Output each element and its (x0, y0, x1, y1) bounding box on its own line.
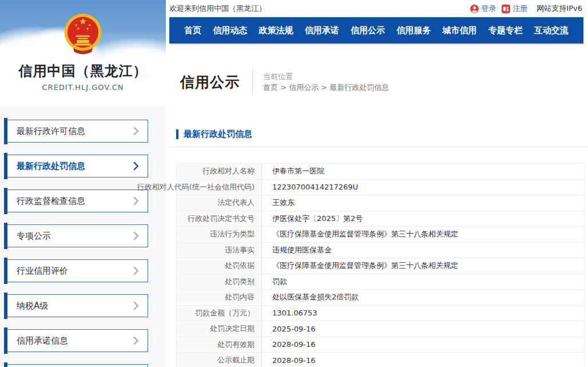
welcome-text: 欢迎来到信用中国（黑龙江） (169, 3, 266, 14)
breadcrumb-path[interactable]: 首页 > 信用公示 > 最新行政处罚信息 (263, 82, 389, 93)
sidebar-menu-item[interactable]: 行业信用评价 (7, 259, 148, 282)
nav-item[interactable]: 城市信用 (442, 25, 476, 36)
content-title: 最新行政处罚信息 (184, 129, 252, 140)
table-row: 处罚内容 处以医保基金损失2倍罚款 (177, 290, 584, 306)
table-row-value: 2028-09-16 (262, 353, 584, 367)
sidebar-menu-item[interactable]: 最新行政处罚信息 (7, 155, 148, 177)
sidebar-menu-item-label: 纳税A级 (17, 301, 48, 311)
table-row-value: 12230700414217269U (262, 180, 584, 195)
register-id-icon (502, 5, 510, 13)
sidebar-menu-item[interactable]: 最新行政许可信息 (7, 120, 148, 143)
table-row-value: 伊医保处字〔2025〕第2号 (262, 211, 584, 227)
table-row: 处罚类别 罚款 (177, 274, 584, 290)
table-row-value: 2028-09-16 (262, 337, 584, 353)
table-row-label: 违法行为类型 (177, 227, 262, 242)
table-row-label: 违法事实 (177, 243, 262, 258)
table-row: 违法行为类型 《医疗保障基金使用监督管理条例》第三十八条相关规定 (177, 227, 584, 243)
table-row-value: 1301.06753 (262, 306, 584, 321)
table-row-value: 2025-09-16 (262, 321, 584, 337)
page-title: 信用公示 (180, 73, 240, 92)
content-section-header: 最新行政处罚信息 (176, 129, 588, 140)
table-row-label: 处罚内容 (177, 290, 262, 305)
sidebar-menu-item-label: 行政监督检查信息 (17, 196, 85, 207)
sidebar-menu-item[interactable]: 行政监督检查信息 (7, 190, 148, 212)
table-row-label: 行政相对人代码(统一社会信用代码) (177, 180, 262, 195)
table-row-value: 伊春市第一医院 (262, 164, 584, 179)
sidebar-menu-item-label: 专项公示 (17, 231, 51, 242)
table-row: 行政相对人名称 伊春市第一医院 (177, 164, 584, 180)
table-row: 处罚决定日期 2025-09-16 (177, 321, 584, 337)
table-row: 行政相对人代码(统一社会信用代码) 12230700414217269U (177, 180, 584, 196)
table-row-value: 《医疗保障基金使用监督管理条例》第三十八条相关规定 (262, 227, 584, 242)
nav-item[interactable]: 首页 (184, 25, 201, 36)
nav-item[interactable]: 信用公示 (351, 25, 385, 36)
header-divider (252, 69, 253, 95)
national-emblem-icon (62, 13, 104, 56)
section-accent-bar (176, 129, 178, 139)
main-navigation: 首页 信用动态 政策法规 信用承诺 信用公示 信用服务 城市信用 专题专栏 互动… (169, 17, 583, 44)
table-row-label: 罚款金额（万元） (177, 306, 262, 321)
nav-item[interactable]: 信用动态 (213, 25, 247, 36)
chevron-right-icon (133, 196, 139, 206)
ipv6-support-text: 网站支持IPv6 (537, 3, 582, 14)
table-row-label: 行政相对人名称 (177, 164, 262, 179)
sidebar-menu-item-label: 行业信用评价 (17, 266, 68, 277)
sidebar-menu: 最新行政许可信息 最新行政处罚信息 行政监督检查信息 专项公示 (0, 120, 166, 367)
nav-item[interactable]: 专题专栏 (488, 25, 523, 36)
table-row-value: 《医疗保障基金使用监督管理条例》第三十八条相关规定 (262, 258, 584, 274)
table-row-value: 违规使用医保基金 (262, 243, 584, 258)
breadcrumb-label: 当前位置 (263, 71, 389, 82)
table-row-label: 行政处罚决定书文号 (177, 211, 262, 227)
table-row-label: 处罚类别 (177, 274, 262, 290)
sidebar-menu-item[interactable]: 纳税A级 (7, 294, 148, 317)
table-row: 法定代表人 王效东 (177, 195, 584, 211)
table-row-value: 处以医保基金损失2倍罚款 (262, 290, 584, 305)
sidebar-menu-item[interactable] (7, 364, 148, 367)
table-row: 违法事实 违规使用医保基金 (177, 243, 584, 259)
sidebar-menu-item-label: 最新行政处罚信息 (17, 161, 85, 172)
table-row: 行政处罚决定书文号 伊医保处字〔2025〕第2号 (177, 211, 584, 227)
table-row-label: 法定代表人 (177, 195, 262, 211)
table-row-value: 罚款 (262, 274, 584, 290)
sidebar-menu-item-label: 最新行政许可信息 (17, 126, 85, 137)
login-link[interactable]: 登录 (470, 3, 496, 14)
breadcrumb: 当前位置 首页 > 信用公示 > 最新行政处罚信息 (263, 71, 389, 93)
penalty-detail-table: 行政相对人名称 伊春市第一医院 行政相对人代码(统一社会信用代码) 122307… (176, 163, 585, 367)
table-row-label: 处罚有效期 (177, 337, 262, 353)
nav-item[interactable]: 信用承诺 (305, 25, 339, 36)
chevron-right-icon (133, 231, 139, 240)
chevron-right-icon (133, 127, 139, 136)
nav-item[interactable]: 互动交流 (534, 25, 569, 36)
table-row-label: 处罚决定日期 (177, 321, 262, 337)
section-divider (169, 147, 588, 147)
site-url: CREDIT.HLJ.GOV.CN (0, 83, 166, 92)
site-title: 信用中国（黑龙江） (0, 62, 166, 80)
table-row-label: 处罚依据 (177, 258, 262, 274)
table-row: 处罚有效期 2028-09-16 (177, 337, 584, 353)
login-user-icon (470, 5, 479, 13)
chevron-right-icon (133, 301, 139, 310)
main-area: 欢迎来到信用中国（黑龙江） 登录 注册 网 (166, 0, 588, 367)
table-row: 处罚依据 《医疗保障基金使用监督管理条例》第三十八条相关规定 (177, 258, 584, 274)
sidebar-menu-item[interactable]: 专项公示 (7, 224, 148, 247)
sidebar-menu-item[interactable]: 信用承诺信息 (7, 329, 148, 352)
table-row: 公示截止期 2028-09-16 (177, 353, 584, 367)
chevron-right-icon (133, 161, 139, 171)
chevron-right-icon (133, 266, 139, 275)
chevron-right-icon (133, 336, 139, 345)
nav-item[interactable]: 信用服务 (396, 25, 431, 36)
table-row-label: 公示截止期 (177, 353, 262, 367)
table-row-value: 王效东 (262, 195, 584, 211)
register-link[interactable]: 注册 (502, 3, 527, 14)
table-row: 罚款金额（万元） 1301.06753 (177, 306, 584, 322)
site-banner: 信用中国（黑龙江） CREDIT.HLJ.GOV.CN (0, 0, 166, 106)
nav-item[interactable]: 政策法规 (259, 25, 293, 36)
sidebar-menu-item-label: 信用承诺信息 (17, 336, 68, 346)
topbar: 欢迎来到信用中国（黑龙江） 登录 注册 网 (166, 0, 588, 17)
page-header: 信用公示 当前位置 首页 > 信用公示 > 最新行政处罚信息 (166, 44, 588, 95)
